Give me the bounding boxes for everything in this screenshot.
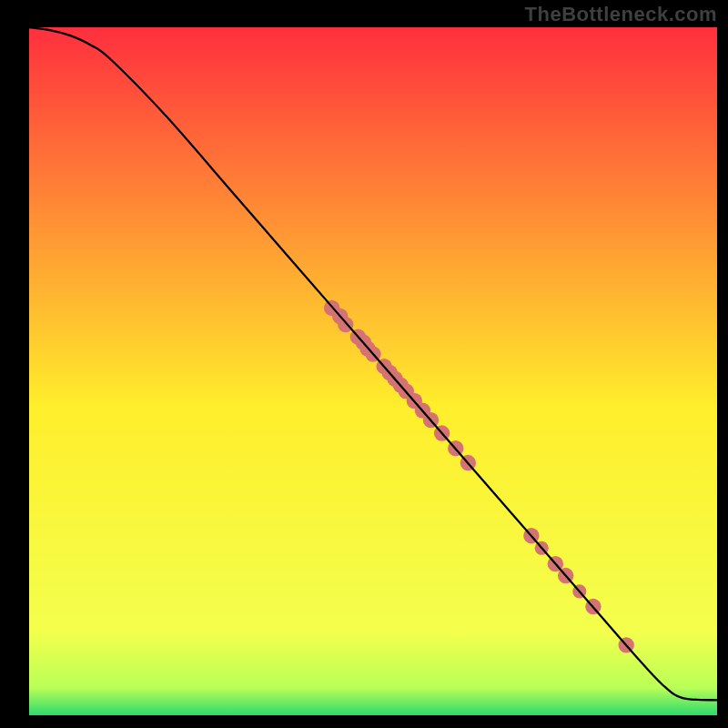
plot-area [29,27,717,701]
watermark-text: TheBottleneck.com [525,3,717,26]
plot-svg [29,27,717,715]
chart-container: TheBottleneck.com [0,0,728,728]
curve-line [29,27,717,700]
